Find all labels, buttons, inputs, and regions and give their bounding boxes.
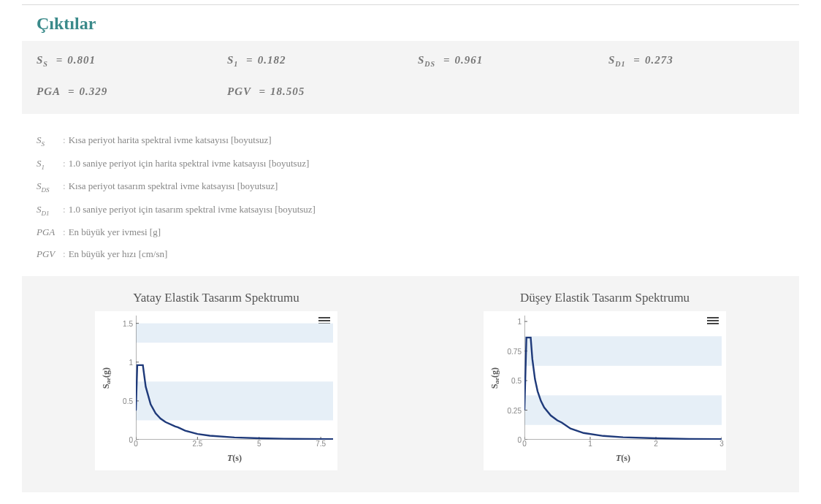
definition-symbol: PGV	[37, 248, 63, 260]
y-tick-label: 0	[129, 436, 133, 444]
page-title: Çıktılar	[37, 14, 799, 34]
y-tick-label: 0	[517, 436, 522, 444]
y-tick-label: 0.25	[508, 406, 522, 414]
x-tick-label: 2.5	[192, 440, 202, 448]
x-tick-label: 3	[719, 440, 724, 448]
plot-box: Sae(g)00.250.50.7510123T(s)	[484, 311, 726, 470]
x-tick-label: 7.5	[316, 440, 326, 448]
svg-rect-1	[136, 324, 333, 343]
definition-row: S1: 1.0 saniye periyot için harita spekt…	[37, 158, 784, 171]
output-s1: S1 =0.182	[227, 54, 403, 68]
definition-symbol: SDS	[37, 180, 63, 194]
x-tick-label: 0	[522, 440, 527, 448]
output-sd1: SD1 =0.273	[608, 54, 784, 68]
y-tick-label: 1	[129, 359, 133, 367]
definition-symbol: SS	[37, 134, 63, 148]
definition-text: Kısa periyot tasarım spektral ivme katsa…	[69, 180, 278, 192]
definition-symbol: PGA	[37, 226, 63, 238]
definition-row: SD1: 1.0 saniye periyot için tasarım spe…	[37, 204, 784, 217]
y-tick-label: 1	[517, 318, 522, 326]
y-axis-label: Sae(g)	[489, 367, 500, 389]
definitions-list: SS: Kısa periyot harita spektral ivme ka…	[22, 114, 799, 276]
y-tick-label: 1.5	[123, 320, 133, 328]
y-tick-label: 0.5	[511, 377, 522, 385]
svg-rect-0	[136, 382, 333, 421]
x-axis-label: T(s)	[524, 453, 722, 464]
definition-row: PGV: En büyük yer hızı [cm/sn]	[37, 248, 784, 260]
definition-row: SS: Kısa periyot harita spektral ivme ka…	[37, 134, 784, 148]
x-tick-label: 1	[588, 440, 592, 448]
x-axis-label: T(s)	[136, 453, 333, 464]
output-pga: PGA =0.329	[37, 85, 213, 98]
svg-rect-13	[524, 337, 722, 366]
x-tick-label: 5	[257, 440, 261, 448]
output-ss: SS =0.801	[37, 54, 213, 68]
chart-horizontal: Yatay Elastik Tasarım Spektrumu Sae(g)00…	[22, 291, 410, 470]
chart-svg	[524, 316, 722, 440]
definition-row: PGA: En büyük yer ivmesi [g]	[37, 226, 784, 238]
chart-title: Yatay Elastik Tasarım Spektrumu	[133, 291, 299, 305]
output-sds: SDS =0.961	[418, 54, 594, 68]
definition-symbol: SD1	[37, 204, 63, 217]
definition-text: Kısa periyot harita spektral ivme katsay…	[69, 134, 272, 146]
x-tick-label: 0	[134, 440, 138, 448]
definition-symbol: S1	[37, 158, 63, 171]
chart-svg	[136, 316, 333, 440]
x-tick-label: 2	[654, 440, 658, 448]
definition-text: 1.0 saniye periyot için tasarım spektral…	[69, 204, 316, 215]
y-tick-label: 0.75	[508, 347, 522, 355]
chart-vertical: Düşey Elastik Tasarım Spektrumu Sae(g)00…	[410, 291, 799, 470]
top-rule	[22, 4, 799, 5]
outputs-band: SS =0.801 S1 =0.182 SDS =0.961 SD1 =0.27…	[22, 41, 799, 114]
plot-box: Sae(g)00.511.502.557.5T(s)	[95, 311, 337, 470]
definition-text: En büyük yer ivmesi [g]	[69, 226, 161, 238]
definition-text: En büyük yer hızı [cm/sn]	[69, 248, 168, 260]
y-axis-label: Sae(g)	[101, 367, 112, 389]
definition-text: 1.0 saniye periyot için harita spektral …	[69, 158, 310, 169]
definition-row: SDS: Kısa periyot tasarım spektral ivme …	[37, 180, 784, 194]
chart-title: Düşey Elastik Tasarım Spektrumu	[520, 291, 690, 305]
svg-rect-12	[524, 396, 722, 425]
charts-wrap: Yatay Elastik Tasarım Spektrumu Sae(g)00…	[22, 276, 799, 492]
y-tick-label: 0.5	[123, 397, 133, 405]
output-pgv: PGV =18.505	[227, 85, 403, 98]
